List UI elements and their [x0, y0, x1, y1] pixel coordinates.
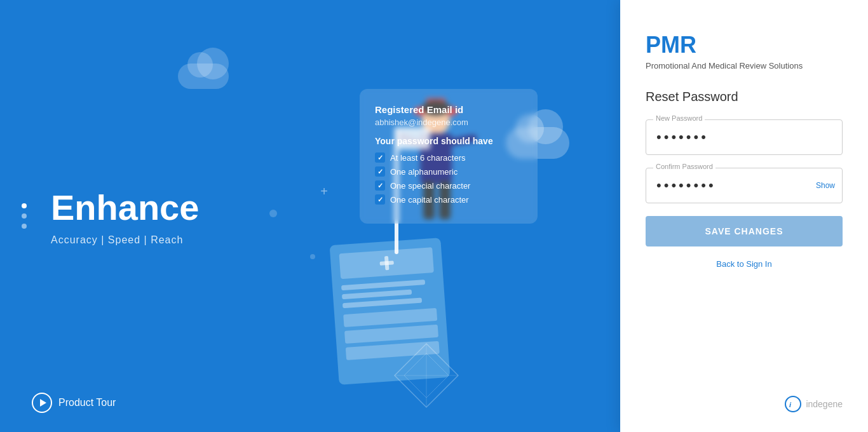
indegene-logo-icon: i [784, 395, 802, 413]
back-to-signin-link[interactable]: Back to Sign In [646, 259, 843, 269]
show-password-button[interactable]: Show [816, 181, 835, 190]
confirm-password-input[interactable] [646, 168, 843, 203]
reset-password-title: Reset Password [646, 90, 843, 104]
check-label-2: One alphanumeric [390, 167, 458, 177]
should-have-label: Your password should have [375, 136, 522, 146]
left-panel: Enhance Accuracy | Speed | Reach + + × [0, 0, 620, 432]
save-changes-button[interactable]: SAVE CHANGES [646, 216, 843, 246]
svg-text:i: i [789, 401, 792, 408]
confirm-password-label: Confirm Password [653, 163, 715, 170]
play-icon [32, 393, 52, 413]
check-label-1: At least 6 characters [390, 153, 466, 163]
main-subtitle: Accuracy | Speed | Reach [51, 234, 620, 246]
svg-point-21 [785, 396, 801, 412]
right-panel: PMR Promotional And Medical Review Solut… [620, 0, 868, 432]
registered-label: Registered Email id [375, 104, 522, 115]
slide-dots [22, 203, 27, 229]
check-item-1: At least 6 characters [375, 152, 522, 163]
product-tour-button[interactable]: Product Tour [32, 393, 116, 413]
svg-line-8 [426, 375, 458, 407]
new-password-input[interactable] [646, 119, 843, 155]
dot-3[interactable] [22, 224, 27, 229]
main-heading: Enhance [51, 187, 620, 228]
svg-line-9 [395, 375, 426, 407]
dot-1[interactable] [22, 203, 27, 208]
confirm-password-group: Confirm Password Show [646, 168, 843, 203]
indegene-logo: i indegene [784, 395, 843, 413]
check-icon-1 [375, 152, 385, 163]
brand-title: PMR [646, 32, 843, 58]
svg-line-7 [426, 344, 458, 375]
indegene-logo-text: indegene [806, 399, 843, 409]
cloud-decoration [178, 64, 229, 89]
registered-email: abhishek@indegene.com [375, 118, 522, 127]
new-password-label: New Password [653, 114, 705, 122]
check-item-2: One alphanumeric [375, 166, 522, 177]
check-icon-2 [375, 166, 385, 177]
dot-2[interactable] [22, 213, 27, 219]
new-password-group: New Password [646, 119, 843, 155]
geo-diamond [391, 341, 461, 413]
product-tour-label: Product Tour [58, 397, 116, 408]
brand-subtitle: Promotional And Medical Review Solutions [646, 61, 843, 71]
svg-line-6 [395, 344, 426, 375]
